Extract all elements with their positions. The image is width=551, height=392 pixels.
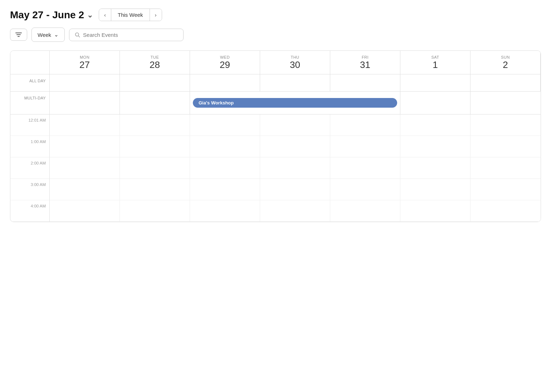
time-label-3: 3:00 AM <box>10 179 50 200</box>
day-header-sat: SAT 1 <box>400 51 470 74</box>
time-cell-2-wed[interactable] <box>190 157 260 179</box>
allday-cell-tue[interactable] <box>120 74 190 92</box>
allday-label: ALL DAY <box>10 74 50 92</box>
day-num-sun: 2 <box>472 59 539 70</box>
next-week-button[interactable]: › <box>150 9 162 21</box>
time-cell-3-thu[interactable] <box>260 179 330 200</box>
allday-cell-sun[interactable] <box>470 74 541 92</box>
toolbar: Week ⌄ <box>10 28 541 42</box>
time-cell-3-sat[interactable] <box>400 179 470 200</box>
date-range-label: May 27 - June 2 <box>10 9 84 21</box>
time-cell-3-mon[interactable] <box>50 179 120 200</box>
time-cell-2-sat[interactable] <box>400 157 470 179</box>
time-cell-4-mon[interactable] <box>50 200 120 222</box>
time-cell-3-wed[interactable] <box>190 179 260 200</box>
time-cell-0-tue[interactable] <box>120 114 190 136</box>
search-input[interactable] <box>83 32 178 38</box>
day-name-fri: FRI <box>332 55 399 59</box>
allday-cell-sat[interactable] <box>400 74 470 92</box>
date-range-chevron[interactable]: ⌄ <box>87 11 93 19</box>
time-cell-3-sun[interactable] <box>470 179 541 200</box>
time-cell-1-thu[interactable] <box>260 136 330 157</box>
day-name-thu: THU <box>262 55 328 59</box>
time-label-2: 2:00 AM <box>10 157 50 179</box>
day-num-mon: 27 <box>51 59 118 70</box>
calendar-grid: MON 27 TUE 28 WED 29 THU 30 FRI 31 SAT 1… <box>10 51 541 222</box>
calendar-container: MON 27 TUE 28 WED 29 THU 30 FRI 31 SAT 1… <box>10 50 541 222</box>
time-label-0: 12:01 AM <box>10 114 50 136</box>
day-header-sun: SUN 2 <box>470 51 541 74</box>
day-name-wed: WED <box>191 55 258 59</box>
day-num-sat: 1 <box>402 59 469 70</box>
week-navigation: ‹ This Week › <box>99 9 162 21</box>
time-cell-3-fri[interactable] <box>330 179 400 200</box>
multiday-event-gias-workshop[interactable]: Gia's Workshop <box>193 98 397 108</box>
day-name-sat: SAT <box>402 55 469 59</box>
time-cell-0-wed[interactable] <box>190 114 260 136</box>
current-week-label: This Week <box>111 9 150 21</box>
day-num-wed: 29 <box>191 59 258 70</box>
multiday-cell-mon[interactable] <box>50 92 120 114</box>
day-name-mon: MON <box>51 55 118 59</box>
view-dropdown[interactable]: Week ⌄ <box>31 28 65 42</box>
day-num-fri: 31 <box>332 59 399 70</box>
time-column-header <box>10 51 50 74</box>
search-icon <box>74 32 80 38</box>
day-header-mon: MON 27 <box>50 51 120 74</box>
filter-icon <box>15 33 22 37</box>
time-cell-4-tue[interactable] <box>120 200 190 222</box>
time-cell-4-thu[interactable] <box>260 200 330 222</box>
time-cell-4-sun[interactable] <box>470 200 541 222</box>
time-cell-2-tue[interactable] <box>120 157 190 179</box>
search-box <box>69 29 184 41</box>
multiday-cell-tue[interactable] <box>120 92 190 114</box>
multiday-event-span[interactable]: Gia's Workshop <box>190 92 400 114</box>
day-num-tue: 28 <box>121 59 188 70</box>
time-cell-3-tue[interactable] <box>120 179 190 200</box>
day-name-sun: SUN <box>472 55 539 59</box>
multiday-label: MULTI-DAY <box>10 92 50 114</box>
allday-cell-thu[interactable] <box>260 74 330 92</box>
allday-cell-wed[interactable] <box>190 74 260 92</box>
time-cell-2-sun[interactable] <box>470 157 541 179</box>
filter-button[interactable] <box>10 29 27 41</box>
time-cell-0-mon[interactable] <box>50 114 120 136</box>
time-label-4: 4:00 AM <box>10 200 50 222</box>
time-cell-1-wed[interactable] <box>190 136 260 157</box>
time-cell-0-thu[interactable] <box>260 114 330 136</box>
time-cell-0-fri[interactable] <box>330 114 400 136</box>
time-cell-4-fri[interactable] <box>330 200 400 222</box>
time-cell-1-sat[interactable] <box>400 136 470 157</box>
svg-line-1 <box>78 36 80 37</box>
allday-cell-mon[interactable] <box>50 74 120 92</box>
time-cell-1-mon[interactable] <box>50 136 120 157</box>
time-cell-4-wed[interactable] <box>190 200 260 222</box>
time-cell-1-sun[interactable] <box>470 136 541 157</box>
multiday-cell-sun[interactable] <box>470 92 541 114</box>
prev-week-button[interactable]: ‹ <box>99 9 111 21</box>
time-cell-2-fri[interactable] <box>330 157 400 179</box>
day-header-wed: WED 29 <box>190 51 260 74</box>
view-label: Week <box>38 32 51 38</box>
time-cell-2-thu[interactable] <box>260 157 330 179</box>
calendar-header: May 27 - June 2 ⌄ ‹ This Week › <box>10 9 541 21</box>
day-num-thu: 30 <box>262 59 328 70</box>
allday-cell-fri[interactable] <box>330 74 400 92</box>
day-header-fri: FRI 31 <box>330 51 400 74</box>
time-cell-1-fri[interactable] <box>330 136 400 157</box>
time-cell-2-mon[interactable] <box>50 157 120 179</box>
day-header-thu: THU 30 <box>260 51 330 74</box>
view-chevron-icon: ⌄ <box>54 31 59 38</box>
time-cell-0-sat[interactable] <box>400 114 470 136</box>
time-cell-1-tue[interactable] <box>120 136 190 157</box>
time-cell-0-sun[interactable] <box>470 114 541 136</box>
day-name-tue: TUE <box>121 55 188 59</box>
time-label-1: 1:00 AM <box>10 136 50 157</box>
multiday-cell-sat[interactable] <box>400 92 470 114</box>
week-title: May 27 - June 2 ⌄ <box>10 9 93 21</box>
day-header-tue: TUE 28 <box>120 51 190 74</box>
time-cell-4-sat[interactable] <box>400 200 470 222</box>
